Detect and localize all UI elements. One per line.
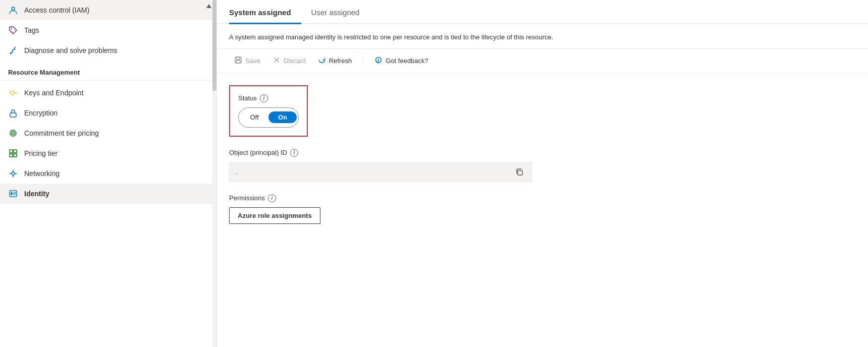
pricing-tier-icon — [8, 148, 18, 158]
toggle-on-option[interactable]: On — [268, 111, 297, 123]
sidebar-item-tags[interactable]: Tags — [0, 20, 216, 40]
copy-object-id-button[interactable] — [513, 166, 525, 178]
permissions-label-row: Permissions i — [229, 194, 856, 202]
svg-point-1 — [11, 28, 12, 29]
save-label: Save — [245, 57, 260, 65]
feedback-button[interactable]: Got feedback? — [369, 53, 433, 69]
network-icon — [8, 168, 18, 179]
sidebar-item-access-control-label: Access control (IAM) — [24, 6, 89, 14]
toggle-off-option[interactable]: Off — [240, 111, 268, 123]
discard-icon — [273, 56, 281, 66]
lock-icon — [8, 108, 18, 118]
scrollbar-track — [212, 0, 216, 347]
feedback-label: Got feedback? — [386, 57, 428, 65]
permissions-info-icon[interactable]: i — [268, 194, 276, 202]
sidebar-item-networking[interactable]: Networking — [0, 163, 216, 184]
object-id-label-row: Object (principal) ID i — [229, 149, 856, 157]
scrollbar-thumb[interactable] — [212, 0, 216, 91]
sidebar-item-encryption-label: Encryption — [24, 109, 58, 117]
feedback-icon — [374, 56, 383, 66]
tab-user-assigned[interactable]: User assigned — [301, 0, 370, 24]
azure-role-assignments-button[interactable]: Azure role assignments — [229, 207, 320, 224]
status-label-text: Status — [238, 94, 257, 102]
tag-icon — [8, 25, 18, 35]
sidebar-item-diagnose[interactable]: Diagnose and solve problems — [0, 40, 216, 61]
person-icon — [8, 5, 18, 15]
sidebar-item-encryption[interactable]: Encryption — [0, 103, 216, 123]
refresh-label: Refresh — [329, 57, 352, 65]
toolbar-separator — [363, 55, 363, 66]
sidebar-item-commitment-tier-label: Commitment tier pricing — [24, 129, 99, 137]
key-icon — [8, 88, 18, 98]
object-id-value: . — [236, 168, 238, 176]
sidebar-item-pricing-tier-label: Pricing tier — [24, 149, 58, 157]
sidebar-item-access-control[interactable]: Access control (IAM) — [0, 0, 216, 20]
svg-rect-18 — [237, 57, 240, 60]
resource-management-header: Resource Management — [0, 61, 216, 81]
svg-rect-10 — [10, 154, 13, 157]
object-id-label-text: Object (principal) ID — [229, 149, 287, 156]
permissions-field: Permissions i Azure role assignments — [229, 194, 856, 224]
object-id-info-icon[interactable]: i — [290, 149, 298, 157]
svg-rect-23 — [518, 170, 522, 175]
sidebar-item-keys-endpoint[interactable]: Keys and Endpoint — [0, 83, 216, 103]
main-content: System assigned User assigned A system a… — [217, 0, 868, 347]
sidebar-item-identity[interactable]: Identity — [0, 184, 216, 204]
sidebar-item-tags-label: Tags — [24, 26, 39, 34]
permissions-label-text: Permissions — [229, 194, 265, 202]
svg-rect-19 — [236, 61, 240, 63]
toggle-container: Off On — [238, 107, 299, 128]
sidebar: Access control (IAM) Tags Diagnose and s… — [0, 0, 217, 347]
scroll-up-indicator[interactable] — [205, 0, 212, 12]
refresh-button[interactable]: Refresh — [313, 53, 357, 69]
discard-button[interactable]: Discard — [267, 53, 311, 69]
tab-system-assigned[interactable]: System assigned — [229, 0, 301, 24]
svg-rect-11 — [14, 154, 17, 157]
sidebar-item-diagnose-label: Diagnose and solve problems — [24, 46, 117, 54]
svg-rect-4 — [10, 113, 16, 117]
identity-icon — [8, 189, 18, 199]
sidebar-item-identity-label: Identity — [24, 190, 49, 198]
form-content: Status i Off On Object (principal) ID i … — [217, 73, 868, 348]
sidebar-item-commitment-tier[interactable]: Commitment tier pricing — [0, 123, 216, 143]
svg-rect-8 — [10, 150, 13, 153]
tabs-bar: System assigned User assigned — [217, 0, 868, 24]
description-text: A system assigned managed identity is re… — [217, 24, 868, 49]
toolbar: Save Discard Refresh — [217, 49, 868, 73]
sidebar-item-pricing-tier[interactable]: Pricing tier — [0, 143, 216, 163]
svg-point-0 — [12, 7, 15, 10]
object-id-field: Object (principal) ID i . — [229, 149, 856, 182]
svg-rect-14 — [11, 192, 13, 195]
save-button[interactable]: Save — [229, 53, 265, 69]
status-toggle[interactable]: Off On — [238, 107, 299, 128]
refresh-icon — [318, 56, 326, 66]
status-section: Status i Off On — [229, 85, 308, 137]
save-icon — [234, 56, 242, 66]
status-info-icon[interactable]: i — [260, 94, 268, 102]
scroll-up-arrow — [206, 4, 211, 8]
svg-point-12 — [12, 172, 15, 175]
wrench-icon — [8, 45, 18, 55]
object-id-input: . — [229, 162, 532, 182]
status-label-row: Status i — [238, 94, 299, 102]
discard-label: Discard — [284, 57, 306, 65]
sidebar-item-networking-label: Networking — [24, 169, 60, 178]
svg-rect-9 — [14, 150, 17, 153]
commitment-tier-icon — [8, 128, 18, 138]
sidebar-item-keys-endpoint-label: Keys and Endpoint — [24, 89, 84, 97]
svg-point-7 — [13, 133, 14, 134]
